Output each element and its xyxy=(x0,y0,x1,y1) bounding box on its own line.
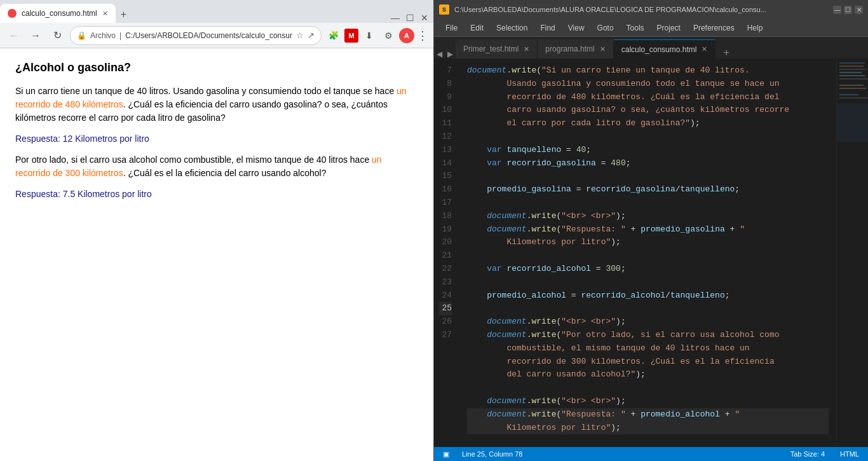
editor-title-path: C:\Users\ARBOLEDA\Documents\ALURA ORACLE… xyxy=(454,6,828,13)
browser-tab-favicon xyxy=(8,9,17,18)
code-content[interactable]: document.write("Si un carro tiene un tan… xyxy=(459,59,836,447)
menu-find[interactable]: Find xyxy=(534,21,561,35)
line-num-19: 19 xyxy=(439,223,452,237)
profile-icon[interactable]: ⚙ xyxy=(380,27,397,44)
tab-scroll-buttons: ◀ ▶ xyxy=(434,50,456,58)
line-num-7: 7 xyxy=(439,64,452,78)
status-language[interactable]: HTML xyxy=(837,450,862,458)
editor-window-controls: — ☐ ✕ xyxy=(833,6,863,14)
menu-help[interactable]: Help xyxy=(741,21,770,35)
editor-tabs: ◀ ▶ Primer_test.html ✕ programa.html ✕ c… xyxy=(434,37,868,59)
line-num-8: 8 xyxy=(439,78,452,91)
forward-button[interactable]: → xyxy=(27,27,44,45)
highlight-recorrido-2: un recorrido de 300 kilómetros xyxy=(15,155,382,178)
share-icon[interactable]: ↗ xyxy=(308,31,315,40)
line-num-24: 24 xyxy=(439,289,452,303)
editor-tab-calculo-label: calculo_consumo.html xyxy=(621,45,697,54)
back-button[interactable]: ← xyxy=(5,27,23,45)
archivo-label: Archivo xyxy=(90,31,116,40)
editor-tab-calculo[interactable]: calculo_consumo.html ✕ xyxy=(614,39,716,58)
editor-close-button[interactable]: ✕ xyxy=(855,6,863,14)
svg-rect-10 xyxy=(839,97,867,99)
svg-rect-3 xyxy=(839,69,866,70)
line-num-25: 25 xyxy=(439,302,452,315)
lock-icon: 🔒 xyxy=(77,31,86,40)
status-tab-size[interactable]: Tab Size: 4 xyxy=(788,450,827,458)
browser-maximize-icon[interactable]: ☐ xyxy=(403,13,417,23)
editor-tab-primer-test-close[interactable]: ✕ xyxy=(524,45,529,53)
code-area[interactable]: 7 8 9 10 11 12 13 14 15 16 17 18 19 20 2… xyxy=(434,59,868,447)
menu-file[interactable]: File xyxy=(439,21,464,35)
browser-minimize-icon[interactable]: — xyxy=(388,13,402,23)
editor-tab-calculo-close[interactable]: ✕ xyxy=(702,45,707,53)
minimap xyxy=(836,59,868,447)
line-num-12: 12 xyxy=(439,130,452,144)
answer-text-1: Respuesta: 12 Kilometros por litro xyxy=(15,134,149,144)
status-indicator-icon[interactable]: ▣ xyxy=(440,450,452,458)
editor-panel: S C:\Users\ARBOLEDA\Documents\ALURA ORAC… xyxy=(434,0,868,461)
browser-tab-title: calculo_consumo.html xyxy=(22,9,97,18)
editor-tab-programa-close[interactable]: ✕ xyxy=(600,45,606,53)
statusbar-right: Tab Size: 4 HTML xyxy=(788,450,862,458)
editor-tab-primer-test-label: Primer_test.html xyxy=(463,45,519,53)
statusbar-left: ▣ Line 25, Column 78 xyxy=(440,450,525,458)
svg-rect-4 xyxy=(839,72,862,73)
tab-scroll-left-button[interactable]: ◀ xyxy=(434,50,445,58)
add-tab-button[interactable]: + xyxy=(718,47,734,58)
svg-rect-7 xyxy=(839,85,864,86)
line-num-15: 15 xyxy=(439,170,452,183)
svg-rect-1 xyxy=(839,62,865,64)
answer-text-2: Respuesta: 7.5 Kilometros por litro xyxy=(15,189,152,199)
editor-tab-programa-label: programa.html xyxy=(545,45,594,53)
line-numbers: 7 8 9 10 11 12 13 14 15 16 17 18 19 20 2… xyxy=(434,59,459,447)
extensions-icon[interactable]: 🧩 xyxy=(325,27,342,44)
paragraph-1: Si un carro tiene un tanque de 40 litros… xyxy=(15,85,418,125)
new-tab-button[interactable]: + xyxy=(116,6,132,23)
address-bar-container: 🔒 Archivo | ☆ ↗ xyxy=(70,26,322,45)
extension-m-icon[interactable]: M xyxy=(344,29,358,43)
editor-statusbar: ▣ Line 25, Column 78 Tab Size: 4 HTML xyxy=(434,447,868,461)
browser-close-icon[interactable]: ✕ xyxy=(418,13,431,23)
svg-rect-6 xyxy=(839,78,867,79)
editor-tab-programa[interactable]: programa.html ✕ xyxy=(538,39,613,58)
editor-menubar: File Edit Selection Find View Goto Tools… xyxy=(434,19,868,37)
editor-titlebar: S C:\Users\ARBOLEDA\Documents\ALURA ORAC… xyxy=(434,0,868,19)
browser-tabbar: calculo_consumo.html ✕ + — ☐ ✕ xyxy=(0,0,433,23)
line-num-14: 14 xyxy=(439,157,452,170)
editor-minimize-button[interactable]: — xyxy=(833,6,841,14)
line-num-17: 17 xyxy=(439,196,452,210)
menu-selection[interactable]: Selection xyxy=(490,21,534,35)
menu-view[interactable]: View xyxy=(562,21,591,35)
svg-rect-11 xyxy=(837,104,868,142)
address-input[interactable] xyxy=(125,31,292,40)
more-options-button[interactable]: ⋮ xyxy=(417,29,428,43)
menu-edit[interactable]: Edit xyxy=(464,21,490,35)
line-num-13: 13 xyxy=(439,144,452,157)
browser-window-controls: — ☐ ✕ xyxy=(388,13,433,23)
status-line-col[interactable]: Line 25, Column 78 xyxy=(459,450,525,458)
line-num-26: 26 xyxy=(439,315,452,329)
menu-project[interactable]: Project xyxy=(651,21,687,35)
editor-tab-primer-test[interactable]: Primer_test.html ✕ xyxy=(456,39,538,58)
tab-scroll-right-button[interactable]: ▶ xyxy=(445,50,456,58)
editor-app-icon: S xyxy=(439,4,449,15)
page-heading: ¿Alcohol o gasolina? xyxy=(15,61,418,74)
svg-rect-2 xyxy=(839,65,864,67)
line-num-11: 11 xyxy=(439,117,452,130)
line-num-21: 21 xyxy=(439,249,452,263)
svg-rect-5 xyxy=(839,75,865,76)
answer-2: Respuesta: 7.5 Kilometros por litro xyxy=(15,188,418,201)
browser-tab-close-icon[interactable]: ✕ xyxy=(102,10,108,18)
menu-goto[interactable]: Goto xyxy=(591,21,620,35)
menu-preferences[interactable]: Preferences xyxy=(687,21,741,35)
browser-tab-active[interactable]: calculo_consumo.html ✕ xyxy=(0,4,116,23)
downloads-icon[interactable]: ⬇ xyxy=(361,27,377,44)
menu-tools[interactable]: Tools xyxy=(620,21,651,35)
user-avatar[interactable]: A xyxy=(399,28,414,43)
bookmark-icon[interactable]: ☆ xyxy=(296,31,304,40)
editor-maximize-button[interactable]: ☐ xyxy=(844,6,852,14)
line-num-27: 27 xyxy=(439,329,452,342)
browser-action-buttons: 🧩 M ⬇ ⚙ A ⋮ xyxy=(325,27,428,44)
line-num-18: 18 xyxy=(439,210,452,223)
reload-button[interactable]: ↻ xyxy=(48,27,66,45)
